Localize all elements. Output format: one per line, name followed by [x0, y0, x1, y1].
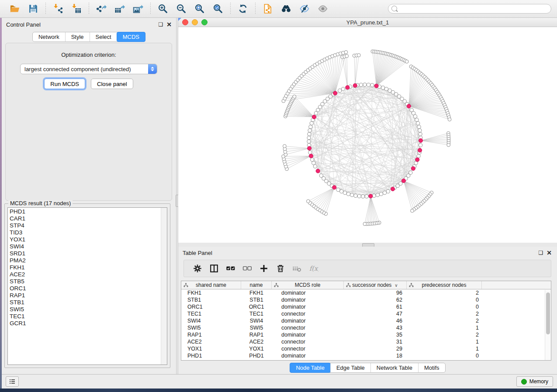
mcds-result-item[interactable]: PMA2: [10, 257, 167, 264]
mcds-result-item[interactable]: CAR1: [10, 215, 167, 222]
tab-network[interactable]: Network: [33, 32, 65, 41]
table-row[interactable]: SWI4SWI4dominator462: [181, 317, 551, 324]
memory-button[interactable]: Memory: [516, 376, 553, 387]
export-network-icon[interactable]: [92, 1, 111, 16]
cell-shared-name: RAP1: [181, 332, 241, 338]
mcds-list-scrollbar[interactable]: [161, 208, 167, 364]
mcds-result-item[interactable]: STB5: [10, 278, 167, 285]
cell-successor-nodes: 47: [344, 311, 407, 317]
cell-name: ORC1: [241, 304, 272, 310]
select-all-columns-icon[interactable]: [222, 261, 239, 276]
mcds-result-item[interactable]: RAP1: [10, 292, 167, 299]
cell-name: SWI4: [241, 318, 272, 324]
zoom-fit-icon[interactable]: [190, 1, 209, 16]
hide-selected-icon[interactable]: [295, 1, 314, 16]
network-canvas[interactable]: [178, 27, 557, 243]
mcds-result-item[interactable]: ACE2: [10, 271, 167, 278]
new-network-from-selection-icon[interactable]: [259, 1, 277, 16]
search-input[interactable]: [388, 4, 551, 14]
mcds-result-item[interactable]: PHD1: [10, 208, 167, 215]
sort-indicator-icon: ∨: [394, 283, 398, 288]
mcds-result-item[interactable]: YOX1: [10, 236, 167, 243]
unselect-all-columns-icon[interactable]: [239, 261, 256, 276]
mcds-result-item[interactable]: STP4: [10, 222, 167, 229]
zoom-in-icon[interactable]: [154, 1, 172, 16]
table-row[interactable]: YOX1YOX1connector291: [181, 345, 551, 352]
table-row[interactable]: ACE2ACE2connector311: [181, 338, 551, 345]
cell-predecessor-nodes: 0: [407, 297, 482, 303]
cell-shared-name: TEC1: [181, 311, 241, 317]
toolbar-icon-group: [6, 1, 388, 16]
mcds-result-item[interactable]: GCR1: [10, 320, 167, 327]
export-image-icon[interactable]: [129, 1, 147, 16]
delete-table-icon: [289, 261, 305, 276]
cell-shared-name: FKH1: [181, 290, 241, 296]
tab-edge-table[interactable]: Edge Table: [330, 363, 370, 372]
tab-motifs[interactable]: Motifs: [418, 363, 445, 372]
svg-text:f(x): f(x): [309, 265, 318, 272]
zoom-selected-icon[interactable]: [209, 1, 227, 16]
mcds-result-item[interactable]: SRD1: [10, 250, 167, 257]
create-column-icon[interactable]: [256, 261, 272, 276]
save-session-icon[interactable]: [24, 1, 42, 16]
table-row[interactable]: TEC1TEC1connector472: [181, 310, 551, 317]
tab-select[interactable]: Select: [90, 32, 117, 41]
horizontal-splitter[interactable]: [178, 243, 557, 247]
float-table-panel-icon[interactable]: ❑: [539, 250, 543, 256]
column-header-successor-nodes[interactable]: successor nodes∨: [344, 281, 407, 289]
cell-mcds-role: connector: [272, 311, 344, 317]
show-all-icon[interactable]: [314, 1, 332, 16]
mcds-result-item[interactable]: SWI4: [10, 243, 167, 250]
table-row[interactable]: FKH1FKH1dominator962: [181, 289, 551, 296]
table-row[interactable]: STB1STB1dominator620: [181, 296, 551, 303]
mcds-result-item[interactable]: FKH1: [10, 264, 167, 271]
task-history-button[interactable]: [6, 376, 19, 387]
apply-layout-icon[interactable]: [234, 1, 252, 16]
float-panel-icon[interactable]: ❑: [159, 22, 163, 28]
toolbar-separator: [150, 3, 151, 15]
import-table-icon[interactable]: [67, 1, 86, 16]
control-panel-title: Control Panel: [6, 21, 41, 28]
table-scrollbar[interactable]: [545, 290, 551, 360]
table-scrollbar-thumb[interactable]: [546, 292, 550, 334]
cell-shared-name: ACE2: [181, 339, 241, 345]
column-header-predecessor-nodes[interactable]: predecessor nodes: [407, 281, 482, 289]
open-file-icon[interactable]: [6, 1, 24, 16]
cell-shared-name: SWI4: [181, 318, 241, 324]
cell-successor-nodes: 96: [344, 290, 407, 296]
mcds-result-item[interactable]: TEC1: [10, 313, 167, 320]
zoom-out-icon[interactable]: [172, 1, 190, 16]
cell-name: SWI5: [241, 325, 272, 331]
column-header-mcds-role[interactable]: MCDS role: [272, 281, 344, 289]
table-row[interactable]: PHD1PHD1dominator180: [181, 352, 551, 359]
mcds-result-item[interactable]: STB1: [10, 299, 167, 306]
column-header-name[interactable]: name: [241, 281, 272, 289]
optimization-criterion-dropdown[interactable]: largest connected component (undirected): [20, 64, 157, 74]
close-table-panel-icon[interactable]: ✕: [547, 250, 552, 256]
tab-mcds[interactable]: MCDS: [117, 32, 145, 42]
tab-network-table[interactable]: Network Table: [370, 363, 418, 372]
toolbar-separator: [89, 3, 89, 15]
table-row[interactable]: ORC1ORC1dominator610: [181, 303, 551, 310]
delete-columns-icon[interactable]: [272, 261, 289, 276]
export-table-icon[interactable]: [111, 1, 129, 16]
tab-style[interactable]: Style: [65, 32, 90, 41]
mcds-result-item[interactable]: SWI5: [10, 306, 167, 313]
mcds-result-item[interactable]: TID3: [10, 229, 167, 236]
run-mcds-button[interactable]: Run MCDS: [44, 79, 85, 89]
table-row[interactable]: RAP1RAP1dominator352: [181, 331, 551, 338]
optimization-criterion-label: Optimization criterion:: [6, 52, 172, 58]
cell-mcds-role: dominator: [272, 304, 344, 310]
mcds-result-item[interactable]: ORC1: [10, 285, 167, 292]
import-network-icon[interactable]: [49, 1, 67, 16]
mcds-result-list[interactable]: PHD1CAR1STP4TID3YOX1SWI4SRD1PMA2FKH1ACE2…: [7, 207, 167, 365]
table-settings-gear-icon[interactable]: [189, 261, 206, 276]
search-binoculars-icon[interactable]: [277, 1, 295, 16]
table-row[interactable]: SWI5SWI5connector431: [181, 324, 551, 331]
show-columns-icon[interactable]: [206, 261, 222, 276]
column-header-shared-name[interactable]: shared name: [181, 281, 241, 289]
tab-node-table[interactable]: Node Table: [290, 363, 331, 373]
close-panel-button[interactable]: Close panel: [91, 79, 133, 89]
close-panel-icon[interactable]: ✕: [166, 22, 172, 28]
cell-successor-nodes: 62: [344, 297, 407, 303]
